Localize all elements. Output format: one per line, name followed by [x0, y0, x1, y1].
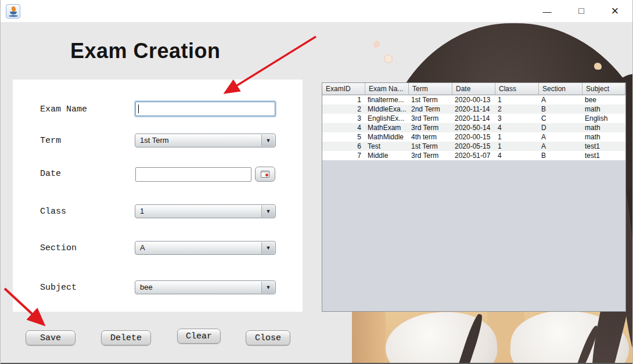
column-header-term[interactable]: Term — [409, 83, 452, 95]
table-cell: test1 — [582, 142, 625, 151]
term-combobox[interactable]: 1st Term ▼ — [135, 134, 276, 147]
exam-creation-window: — □ × Exam Creation Exam Name Term 1st T… — [0, 0, 633, 364]
exam-name-label: Exam Name — [40, 104, 87, 114]
table-cell: EnglishEx... — [365, 114, 409, 123]
minimize-icon: — — [543, 6, 552, 16]
section-dropdown-button[interactable]: ▼ — [261, 242, 275, 254]
subject-dropdown-button[interactable]: ▼ — [261, 282, 275, 293]
table-cell: 3rd Term — [409, 151, 452, 160]
section-combobox[interactable]: A ▼ — [135, 241, 276, 255]
exam-table-body: 1finalterme...1st Term2020-00-131Abee2MI… — [322, 95, 625, 160]
table-cell: 2020-00-13 — [452, 95, 495, 104]
minimize-button[interactable]: — — [533, 0, 561, 22]
table-cell: Test — [365, 142, 409, 151]
column-header-exam-name[interactable]: Exam Na... — [365, 83, 409, 95]
subject-label: Subject — [40, 283, 77, 293]
term-selected-value: 1st Term — [140, 134, 169, 147]
subject-combobox[interactable]: bee ▼ — [135, 280, 276, 294]
table-cell: 4 — [495, 151, 539, 160]
class-dropdown-button[interactable]: ▼ — [261, 206, 275, 217]
table-cell: 4 — [495, 123, 539, 132]
term-dropdown-button[interactable]: ▼ — [261, 135, 275, 146]
icon-cup-shape — [10, 12, 17, 15]
column-header-date[interactable]: Date — [452, 83, 495, 95]
chevron-down-icon: ▼ — [266, 284, 271, 290]
table-cell: 2020-11-14 — [452, 104, 495, 114]
table-cell: B — [539, 151, 582, 160]
exam-table-header: ExamID Exam Na... Term Date Class Sectio… — [322, 83, 625, 95]
table-cell: 2nd Term — [409, 104, 452, 114]
exam-table-scrollpane[interactable]: ExamID Exam Na... Term Date Class Sectio… — [322, 82, 626, 312]
close-window-button[interactable]: × — [601, 0, 629, 22]
date-input[interactable] — [135, 167, 251, 182]
table-cell: 5 — [322, 132, 365, 142]
table-row[interactable]: 6Test1st Term2020-05-151Atest1 — [322, 142, 625, 151]
close-icon: × — [612, 3, 619, 19]
table-cell: bee — [582, 95, 625, 104]
table-cell: 6 — [322, 142, 365, 151]
petal-shape — [372, 40, 381, 49]
table-cell: English — [582, 114, 625, 123]
class-combobox[interactable]: 1 ▼ — [135, 204, 276, 218]
date-label: Date — [40, 169, 61, 179]
text-caret — [138, 104, 139, 113]
class-label: Class — [40, 207, 66, 217]
table-cell: A — [539, 95, 582, 104]
table-cell: 3 — [322, 114, 365, 123]
table-row[interactable]: 2MIddleExa...2nd Term2020-11-142Bmath — [322, 104, 625, 114]
maximize-icon: □ — [578, 6, 584, 16]
table-cell: test1 — [582, 151, 625, 160]
table-cell: Middle — [365, 151, 409, 160]
table-row[interactable]: 5MathMiddle4th term2020-00-151Amath — [322, 132, 625, 142]
titlebar: — □ × — [1, 0, 632, 22]
petal-shape — [594, 63, 602, 70]
column-header-class[interactable]: Class — [495, 83, 539, 95]
table-cell: 3rd Term — [409, 114, 452, 123]
table-cell: B — [539, 104, 582, 114]
table-cell: 1 — [495, 95, 539, 104]
calendar-icon-bar — [261, 171, 269, 173]
calendar-icon-dot — [265, 174, 268, 176]
table-cell: math — [582, 104, 625, 114]
table-cell: 2 — [495, 104, 539, 114]
anime-arm-shape — [352, 310, 386, 364]
date-picker-button[interactable] — [255, 167, 275, 182]
calendar-icon — [261, 171, 269, 178]
table-cell: 1 — [495, 132, 539, 142]
table-cell: 2020-50-14 — [452, 123, 495, 132]
java-coffee-cup-icon — [6, 4, 20, 19]
table-cell: 2020-51-07 — [452, 151, 495, 160]
save-button[interactable]: Save — [26, 330, 75, 345]
table-cell: MathMiddle — [365, 132, 409, 142]
table-row[interactable]: 3EnglishEx...3rd Term2020-11-143CEnglish — [322, 114, 625, 123]
delete-button[interactable]: Delete — [101, 330, 151, 345]
table-cell: 4 — [322, 123, 365, 132]
clear-button[interactable]: Clear — [177, 329, 221, 344]
table-cell: 4th term — [409, 132, 452, 142]
column-header-examid[interactable]: ExamID — [322, 83, 365, 95]
column-header-subject[interactable]: Subject — [582, 83, 625, 95]
table-cell: A — [539, 132, 582, 142]
table-cell: MIddleExa... — [365, 104, 409, 114]
table-cell: 3rd Term — [409, 123, 452, 132]
table-cell: C — [539, 114, 582, 123]
chevron-down-icon: ▼ — [266, 208, 271, 214]
table-row[interactable]: 1finalterme...1st Term2020-00-131Abee — [322, 95, 625, 104]
table-cell: math — [582, 132, 625, 142]
table-cell: D — [539, 123, 582, 132]
table-row[interactable]: 7Middle3rd Term2020-51-074Btest1 — [322, 151, 625, 160]
chevron-down-icon: ▼ — [266, 245, 271, 251]
petal-shape — [384, 55, 393, 63]
maximize-button[interactable]: □ — [567, 0, 595, 22]
subject-selected-value: bee — [140, 281, 153, 294]
exam-name-input[interactable] — [135, 102, 275, 116]
table-cell: 2020-00-15 — [452, 132, 495, 142]
table-row[interactable]: 4MathExam3rd Term2020-50-144Dmath — [322, 123, 625, 132]
table-cell: 7 — [322, 151, 365, 160]
page-title: Exam Creation — [70, 39, 221, 63]
class-selected-value: 1 — [140, 205, 144, 218]
icon-saucer-shape — [9, 15, 18, 17]
column-header-section[interactable]: Section — [539, 83, 582, 95]
close-button[interactable]: Close — [246, 330, 290, 345]
table-cell: 2 — [322, 104, 365, 114]
